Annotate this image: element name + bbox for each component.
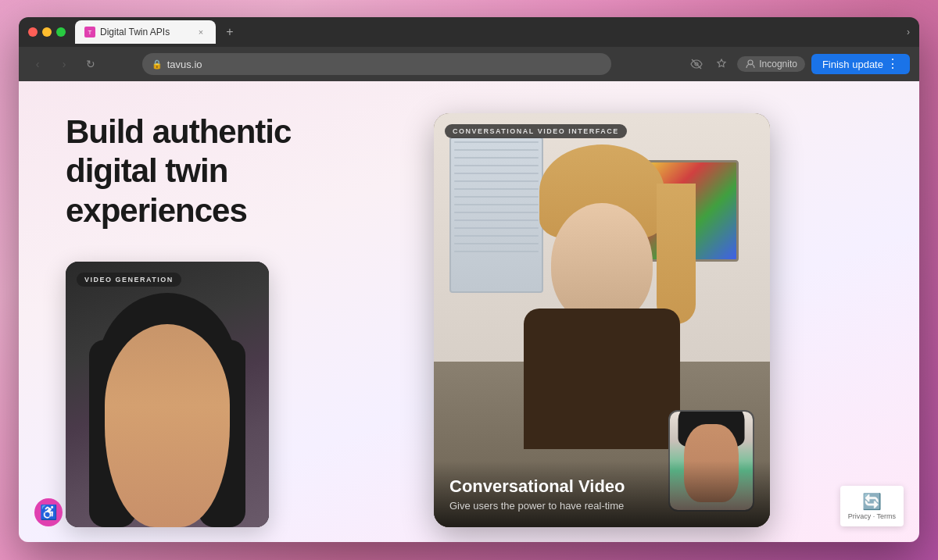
tab-list-chevron[interactable]: › xyxy=(907,27,910,37)
recaptcha-icon: 🔄 xyxy=(848,492,896,511)
conv-video-badge: CONVERSATIONAL VIDEO INTERFACE xyxy=(445,124,627,138)
address-bar: ‹ › ↻ 🔒 tavus.io xyxy=(19,47,919,81)
url-bar[interactable]: 🔒 tavus.io xyxy=(142,53,611,75)
recaptcha-text: Privacy · Terms xyxy=(848,512,896,520)
left-content: Build authentic digital twin experiences… xyxy=(66,112,300,527)
tab-title: Digital Twin APIs xyxy=(100,27,191,37)
back-button[interactable]: ‹ xyxy=(28,55,47,73)
recaptcha-badge: 🔄 Privacy · Terms xyxy=(840,486,904,526)
minimize-window-button[interactable] xyxy=(42,27,52,37)
conv-overlay: Conversational Video Give users the powe… xyxy=(434,461,770,527)
refresh-button[interactable]: ↻ xyxy=(81,55,100,73)
title-bar: T Digital Twin APIs × + › xyxy=(19,17,919,47)
video-generation-card: VIDEO GENERATION xyxy=(66,262,269,527)
conv-video-title: Conversational Video xyxy=(449,476,754,497)
traffic-lights xyxy=(28,27,66,37)
tab-bar: T Digital Twin APIs × + xyxy=(75,20,907,44)
tab-close-button[interactable]: × xyxy=(195,27,206,37)
finish-update-button[interactable]: Finish update ⋮ xyxy=(811,54,910,74)
address-bar-actions: Incognito Finish update ⋮ xyxy=(687,54,910,74)
person-face-sim xyxy=(81,293,253,527)
forward-button[interactable]: › xyxy=(55,55,73,73)
incognito-badge[interactable]: Incognito xyxy=(737,56,805,72)
close-window-button[interactable] xyxy=(28,27,38,37)
right-content: CONVERSATIONAL VIDEO INTERFACE Conversat… xyxy=(331,113,872,527)
hero-title: Build authentic digital twin experiences xyxy=(66,112,300,230)
browser-window: T Digital Twin APIs × + › ‹ › ↻ 🔒 tavus.… xyxy=(19,17,919,542)
video-gen-badge: VIDEO GENERATION xyxy=(77,273,181,287)
new-tab-button[interactable]: + xyxy=(219,21,241,43)
video-generation-background xyxy=(66,262,269,527)
conv-person-head xyxy=(551,203,653,324)
ssl-lock-icon: 🔒 xyxy=(152,59,163,70)
incognito-label: Incognito xyxy=(759,59,797,70)
accessibility-icon: ♿ xyxy=(40,504,57,521)
finish-update-dots-icon: ⋮ xyxy=(886,58,899,70)
url-text: tavus.io xyxy=(167,59,202,70)
conv-video-subtitle: Give users the power to have real-time xyxy=(449,500,754,512)
fullscreen-window-button[interactable] xyxy=(56,27,66,37)
accessibility-button[interactable]: ♿ xyxy=(34,498,63,526)
conv-person-hair-right xyxy=(657,184,696,324)
page-content: Build authentic digital twin experiences… xyxy=(19,81,919,542)
bookmark-star-icon[interactable] xyxy=(712,55,731,73)
tab-favicon-icon: T xyxy=(84,27,95,37)
conversational-video-card: CONVERSATIONAL VIDEO INTERFACE Conversat… xyxy=(434,113,770,527)
eye-icon[interactable] xyxy=(687,55,706,73)
conv-person xyxy=(485,152,719,449)
conv-person-body xyxy=(524,309,680,449)
active-tab[interactable]: T Digital Twin APIs × xyxy=(75,20,216,44)
finish-update-label: Finish update xyxy=(822,59,883,70)
skin xyxy=(105,324,230,527)
